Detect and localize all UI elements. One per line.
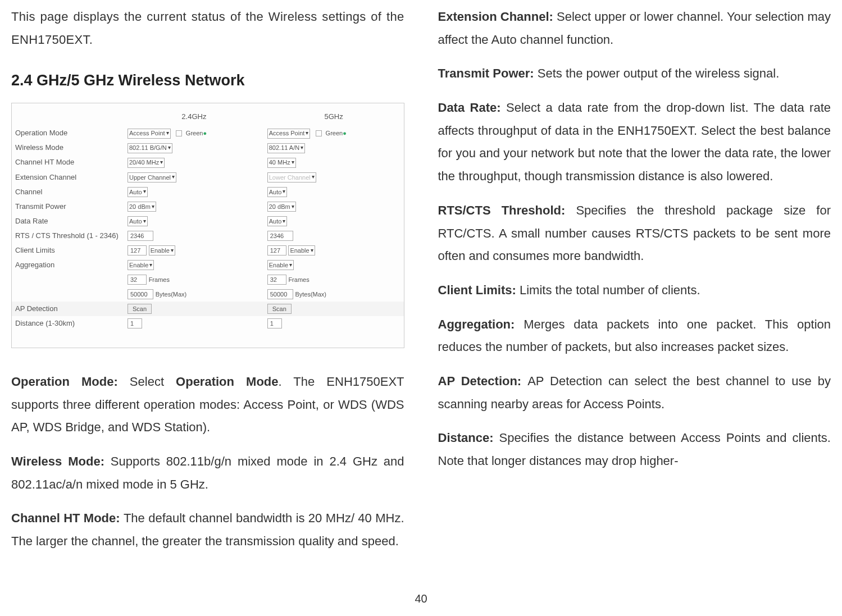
agg-bytes-input-24[interactable]: 50000 xyxy=(128,289,153,299)
para-rts: RTS/CTS Threshold: Specifies the thresho… xyxy=(438,199,831,268)
green-checkbox-24[interactable] xyxy=(176,130,182,136)
climits-enable-5[interactable]: Enable▾ xyxy=(288,245,315,255)
para-client-limits: Client Limits: Limits the total number o… xyxy=(438,279,831,302)
row-label-data-rate: Data Rate xyxy=(12,214,124,229)
row-label-channel: Channel xyxy=(12,185,124,199)
scan-button-5[interactable]: Scan xyxy=(267,304,292,314)
col-24ghz: 2.4GHz xyxy=(124,108,264,126)
agg-frames-input-24[interactable]: 32 xyxy=(128,275,147,285)
green-label-5: Green● xyxy=(326,130,347,136)
page-number: 40 xyxy=(11,592,831,605)
distance-input-24[interactable]: 1 xyxy=(128,318,142,328)
chevron-down-icon: ▾ xyxy=(152,202,154,212)
chevron-down-icon: ▾ xyxy=(172,172,175,182)
channel-select-5[interactable]: Auto▾ xyxy=(267,187,288,197)
para-channel-ht: Channel HT Mode: The default channel ban… xyxy=(11,507,404,553)
green-checkbox-5[interactable] xyxy=(316,130,322,136)
para-operation-mode: Operation Mode: Select Operation Mode. T… xyxy=(11,371,404,439)
left-column: This page displays the current status of… xyxy=(11,6,404,564)
op-mode-select-5[interactable]: Access Point▾ xyxy=(267,129,311,139)
wireless-mode-select-24[interactable]: 802.11 B/G/N▾ xyxy=(128,143,172,153)
para-tx-power: Transmit Power: Sets the power output of… xyxy=(438,62,831,85)
agg-bytes-label-5: Bytes(Max) xyxy=(295,291,326,298)
ext-ch-select-5[interactable]: Lower Channel▾ xyxy=(267,172,316,182)
row-label-apdet: AP Detection xyxy=(12,302,124,316)
col-5ghz: 5GHz xyxy=(264,108,404,126)
ext-ch-select-24[interactable]: Upper Channel▾ xyxy=(128,172,176,182)
rts-input-24[interactable]: 2346 xyxy=(128,231,153,241)
intro-text: This page displays the current status of… xyxy=(11,6,404,51)
agg-bytes-label-24: Bytes(Max) xyxy=(156,291,187,298)
row-label-rts: RTS / CTS Threshold (1 - 2346) xyxy=(12,229,124,243)
agg-bytes-input-5[interactable]: 50000 xyxy=(267,289,293,299)
data-rate-select-5[interactable]: Auto▾ xyxy=(267,216,288,226)
ch-ht-select-5[interactable]: 40 MHz▾ xyxy=(267,158,296,168)
chevron-down-icon: ▾ xyxy=(311,245,313,256)
row-label-ext-ch: Extension Channel xyxy=(12,170,124,185)
chevron-down-icon: ▾ xyxy=(166,128,169,139)
agg-enable-24[interactable]: Enable▾ xyxy=(128,260,154,270)
row-label-tx-power: Transmit Power xyxy=(12,199,124,214)
green-label-24: Green● xyxy=(186,130,207,136)
agg-frames-label-5: Frames xyxy=(288,276,309,283)
chevron-down-icon: ▾ xyxy=(292,157,294,168)
op-mode-select-24[interactable]: Access Point▾ xyxy=(128,129,171,139)
chevron-down-icon: ▾ xyxy=(306,128,308,139)
climits-input-24[interactable]: 127 xyxy=(128,245,147,255)
page-content: This page displays the current status of… xyxy=(11,6,831,564)
tx-power-select-24[interactable]: 20 dBm▾ xyxy=(128,202,156,212)
row-label-aggreg: Aggregation xyxy=(12,258,124,302)
row-label-wireless-mode: Wireless Mode xyxy=(12,140,124,155)
para-wireless-mode: Wireless Mode: Supports 802.11b/g/n mixe… xyxy=(11,450,404,496)
chevron-down-icon: ▾ xyxy=(143,186,146,197)
ch-ht-select-24[interactable]: 20/40 MHz▾ xyxy=(128,158,165,168)
chevron-down-icon: ▾ xyxy=(312,172,315,182)
tx-power-select-5[interactable]: 20 dBm▾ xyxy=(267,202,296,212)
wireless-settings-table: 2.4GHz 5GHz Operation Mode Access Point▾… xyxy=(12,108,404,331)
agg-frames-input-5[interactable]: 32 xyxy=(267,275,286,285)
wireless-mode-select-5[interactable]: 802.11 A/N▾ xyxy=(267,143,305,153)
climits-input-5[interactable]: 127 xyxy=(267,245,286,255)
wireless-settings-figure: 2.4GHz 5GHz Operation Mode Access Point▾… xyxy=(11,103,404,348)
chevron-down-icon: ▾ xyxy=(160,157,163,168)
row-label-ch-ht: Channel HT Mode xyxy=(12,155,124,170)
agg-frames-label-24: Frames xyxy=(149,276,170,283)
chevron-down-icon: ▾ xyxy=(283,186,285,197)
chevron-down-icon: ▾ xyxy=(143,216,146,227)
chevron-down-icon: ▾ xyxy=(283,216,285,227)
chevron-down-icon: ▾ xyxy=(292,202,294,212)
chevron-down-icon: ▾ xyxy=(149,260,152,271)
distance-input-5[interactable]: 1 xyxy=(267,318,282,328)
para-data-rate: Data Rate: Select a data rate from the d… xyxy=(438,97,831,188)
para-aggregation: Aggregation: Merges data packets into on… xyxy=(438,313,831,359)
channel-select-24[interactable]: Auto▾ xyxy=(128,187,148,197)
para-ap-detection: AP Detection: AP Detection can select th… xyxy=(438,370,831,416)
chevron-down-icon: ▾ xyxy=(289,260,292,271)
para-distance: Distance: Specifies the distance between… xyxy=(438,427,831,472)
scan-button-24[interactable]: Scan xyxy=(128,304,152,314)
chevron-down-icon: ▾ xyxy=(301,143,303,153)
right-column: Extension Channel: Select upper or lower… xyxy=(438,6,831,564)
para-ext-channel: Extension Channel: Select upper or lower… xyxy=(438,6,831,51)
rts-input-5[interactable]: 2346 xyxy=(267,231,293,241)
row-label-op-mode: Operation Mode xyxy=(12,126,124,140)
data-rate-select-24[interactable]: Auto▾ xyxy=(128,216,148,226)
row-label-distance: Distance (1-30km) xyxy=(12,316,124,331)
chevron-down-icon: ▾ xyxy=(168,143,171,153)
climits-enable-24[interactable]: Enable▾ xyxy=(149,245,175,255)
chevron-down-icon: ▾ xyxy=(171,245,174,256)
row-label-climits: Client Limits xyxy=(12,243,124,258)
agg-enable-5[interactable]: Enable▾ xyxy=(267,260,294,270)
section-heading: 2.4 GHz/5 GHz Wireless Network xyxy=(11,67,404,95)
